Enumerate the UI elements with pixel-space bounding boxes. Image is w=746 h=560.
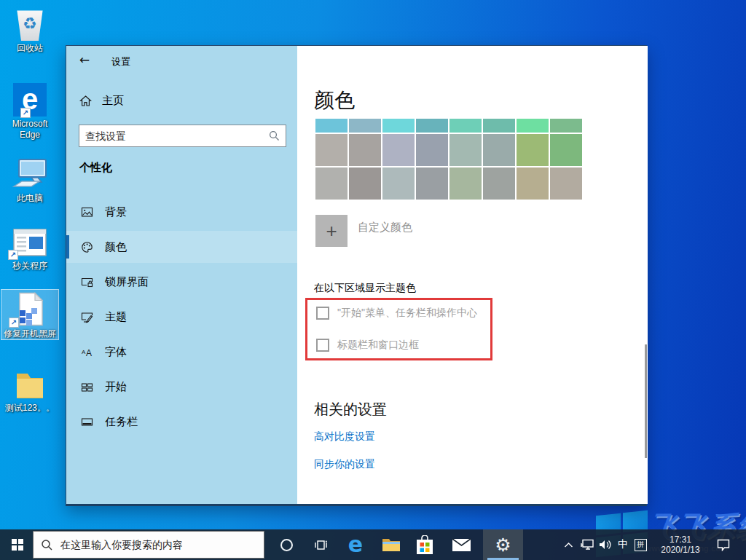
window-title: 设置 [111,55,130,68]
color-swatch[interactable] [349,134,381,166]
color-swatch[interactable] [315,167,348,200]
color-swatch[interactable] [349,119,381,133]
taskbar: e ⚙ [0,529,746,560]
settings-search-box [79,125,286,147]
windows-logo-icon [12,539,23,551]
back-button[interactable]: ← [71,50,98,69]
color-swatch[interactable] [517,119,549,133]
color-swatch[interactable] [483,167,515,200]
start-icon [81,381,93,393]
registry-file-icon: ↗ [1,290,58,326]
color-swatch[interactable] [315,119,348,133]
gear-icon: ⚙ [495,536,511,554]
sidebar-section-heading: 个性化 [79,161,112,175]
color-swatch[interactable] [315,134,348,166]
tray-volume-button[interactable] [596,529,615,560]
search-icon [269,130,280,141]
taskbar-search-input[interactable] [60,539,256,551]
program-window-icon: ↗ [1,222,59,259]
settings-window: ← 设置 — ☐ ✕ 主页 个性化 背景 颜色 [66,45,647,506]
cortana-button[interactable] [272,529,301,560]
color-swatch[interactable] [416,134,448,166]
desktop-icon-recycle-bin[interactable]: ♻ 回收站 [1,4,59,54]
color-swatch[interactable] [483,119,515,133]
svg-text:A: A [86,348,92,358]
color-swatch[interactable] [382,134,415,166]
color-swatch[interactable] [416,119,448,133]
sidebar-item-background[interactable]: 背景 [66,196,297,228]
edge-icon: e↗ [1,80,59,117]
mail-button[interactable] [445,529,477,560]
link-high-contrast[interactable]: 高对比度设置 [314,430,375,443]
ime-language-indicator: 中 [618,538,628,551]
checkbox-row-titlebars: 标题栏和窗口边框 [316,339,419,352]
color-swatch[interactable] [382,119,415,133]
settings-search-input[interactable] [79,130,269,142]
sidebar-item-themes[interactable]: 主题 [66,301,297,333]
checkbox-titlebars[interactable] [316,339,329,352]
desktop-icon-this-pc[interactable]: 此电脑 [1,154,59,204]
desktop-icon-edge[interactable]: e↗ Microsoft Edge [1,80,59,141]
sidebar-item-home[interactable]: 主页 [79,94,124,108]
sidebar-item-colors[interactable]: 颜色 [66,231,297,263]
tray-clock[interactable]: 17:31 2020/1/13 [653,529,708,560]
file-explorer-button[interactable] [375,529,407,560]
settings-taskbar-button[interactable]: ⚙ [483,529,523,560]
clock-time: 17:31 [670,535,691,545]
ime-mode-icon: 拼 [635,539,647,551]
sidebar-item-start[interactable]: 开始 [66,371,297,403]
page-title: 颜色 [314,87,355,114]
action-center-button[interactable] [711,529,736,560]
sidebar-item-fonts[interactable]: A A 字体 [66,336,297,368]
related-settings-heading: 相关的设置 [314,400,387,419]
custom-color-button[interactable]: + [315,215,348,247]
color-swatch[interactable] [349,167,381,200]
color-swatch[interactable] [483,134,515,166]
color-swatch[interactable] [449,167,482,200]
color-swatch[interactable] [449,119,482,133]
edge-icon: e [348,534,363,556]
task-view-button[interactable] [306,529,335,560]
tray-chevron-button[interactable] [560,529,577,560]
taskbar-search-box [33,531,264,559]
tray-ime-mode-button[interactable]: 拼 [631,529,650,560]
color-swatch[interactable] [517,167,549,200]
color-swatch[interactable] [382,167,415,200]
edge-taskbar-button[interactable]: e [339,529,372,560]
color-swatch[interactable] [550,134,582,166]
chevron-up-icon [564,542,573,548]
tray-ime-language-button[interactable]: 中 [614,529,632,560]
mail-icon [452,538,471,552]
color-swatch[interactable] [517,134,549,166]
color-swatch[interactable] [416,167,448,200]
color-swatch-grid [315,119,582,200]
search-icon [41,539,53,551]
cortana-icon [280,539,293,551]
scrollbar-thumb[interactable] [645,344,647,458]
sidebar-item-taskbar[interactable]: 任务栏 [66,406,297,438]
surfaces-heading: 在以下区域显示主题色 [314,282,416,295]
checkbox-start-taskbar[interactable] [316,307,329,320]
settings-main-panel: 颜色 + 自定义颜色 在以下区域显示主题色 "开始"菜单、任务栏和操作中心 标题… [297,46,648,504]
desktop-icon-reg-file[interactable]: ↗ 修复开机黑屏 [1,289,59,340]
fonts-icon: A A [81,346,93,358]
palette-icon [81,241,93,253]
checkbox-row-start-taskbar: "开始"菜单、任务栏和操作中心 [316,307,477,320]
store-button[interactable] [409,529,440,560]
desktop-icon-app[interactable]: ↗ 秒关程序 [1,222,59,272]
color-swatch[interactable] [550,167,582,200]
file-explorer-icon [382,537,401,553]
image-icon [81,206,93,218]
store-icon [416,535,433,555]
desktop-icon-folder[interactable]: 测试123。。 [1,364,59,414]
folder-icon [1,364,59,401]
link-sync-settings[interactable]: 同步你的设置 [314,458,375,471]
lock-screen-icon [81,276,93,288]
sidebar-item-lock-screen[interactable]: 锁屏界面 [66,266,297,298]
task-view-icon [314,539,328,551]
tray-network-button[interactable] [578,529,597,560]
start-button[interactable] [3,529,32,560]
color-swatch[interactable] [449,134,482,166]
color-swatch[interactable] [550,119,582,133]
notification-icon [717,539,730,551]
